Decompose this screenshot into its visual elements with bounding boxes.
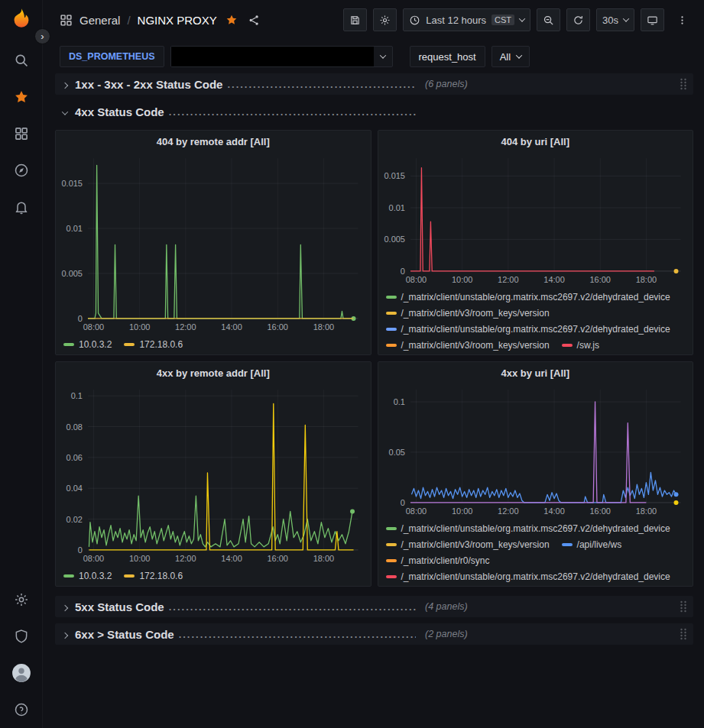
drag-dots-icon [680, 628, 687, 640]
svg-text:16:00: 16:00 [268, 322, 288, 332]
breadcrumb: General / NGINX PROXY [60, 12, 262, 28]
panel-title[interactable]: 4xx by remote addr [All] [56, 362, 371, 383]
row-drag-handle[interactable] [680, 78, 687, 90]
legend-item[interactable]: 172.18.0.6 [124, 336, 183, 352]
row-header-5xx[interactable]: 5xx Status Code (4 panels) [55, 596, 693, 617]
legend-swatch [386, 344, 397, 347]
svg-text:16:00: 16:00 [589, 506, 610, 516]
legend-swatch [386, 575, 397, 578]
bell-icon [14, 199, 29, 215]
more-options-button[interactable] [670, 8, 693, 31]
legend-label: 172.18.0.6 [139, 339, 183, 350]
grafana-logo[interactable] [8, 7, 34, 33]
legend-label: /_matrix/client/unstable/org.matrix.msc2… [401, 571, 670, 582]
panel-grid: 404 by remote addr [All] 00.0050.010.015… [55, 130, 693, 587]
dashboard-settings-button[interactable] [373, 8, 397, 31]
sidebar-expand-button[interactable]: › [34, 28, 50, 44]
avatar-icon [11, 663, 31, 683]
timeseries-chart[interactable]: 00.0050.010.01508:0010:0012:0014:0016:00… [378, 152, 693, 286]
save-dashboard-button[interactable] [343, 8, 367, 31]
request-host-select[interactable]: All [492, 46, 530, 67]
legend-item[interactable]: /_matrix/client/v3/room_keys/version [386, 337, 550, 353]
dashboards-grid-icon [14, 126, 29, 141]
panel-title[interactable]: 404 by remote addr [All] [56, 131, 371, 152]
svg-text:0: 0 [400, 498, 404, 507]
cycle-view-mode-button[interactable] [641, 8, 664, 31]
legend-item[interactable]: /_matrix/client/r0/sync [386, 552, 490, 568]
dashboard-scroll-area: 1xx - 3xx - 2xx Status Code (6 panels) 4… [43, 73, 704, 728]
zoom-out-button[interactable] [537, 8, 560, 31]
sidebar-item-server-admin[interactable] [0, 618, 43, 655]
chevron-down-icon [63, 106, 67, 118]
legend-item[interactable]: /_matrix/client/v3/room_keys/version [386, 305, 550, 321]
share-icon [248, 14, 261, 27]
timeseries-chart[interactable]: 00.0050.010.01508:0010:0012:0014:0016:00… [56, 152, 371, 334]
row-title-group: 5xx Status Code [60, 600, 420, 613]
search-icon [14, 53, 29, 68]
legend-item[interactable]: /_matrix/client/v3/room_keys/version [386, 536, 550, 552]
legend-swatch [386, 296, 397, 299]
refresh-button[interactable] [566, 8, 590, 31]
svg-text:16:00: 16:00 [589, 275, 610, 284]
sidebar-item-alerting[interactable] [0, 189, 43, 225]
legend-item[interactable]: /api/live/ws [562, 536, 622, 552]
legend-item[interactable]: 10.0.3.2 [63, 568, 112, 584]
row-title: 6xx > Status Code [75, 628, 174, 641]
sidebar-item-profile[interactable] [0, 655, 43, 691]
row-title-group: 4xx Status Code [60, 105, 420, 118]
svg-text:14:00: 14:00 [221, 554, 242, 563]
timeseries-chart[interactable]: 00.050.108:0010:0012:0014:0016:0018:00 [378, 383, 693, 518]
legend-item[interactable]: /_matrix/client/unstable/org.matrix.msc2… [386, 520, 670, 536]
svg-text:12:00: 12:00 [175, 322, 196, 332]
row-header-4xx[interactable]: 4xx Status Code [55, 101, 693, 122]
grafana-app: › [0, 0, 704, 728]
star-icon [14, 89, 29, 105]
legend-item[interactable]: 172.18.0.6 [124, 568, 183, 584]
row-title: 4xx Status Code [75, 105, 164, 118]
row-title: 1xx - 3xx - 2xx Status Code [75, 78, 222, 91]
svg-text:08:00: 08:00 [405, 275, 426, 284]
clock-icon [409, 15, 420, 26]
row-drag-handle[interactable] [680, 628, 687, 640]
svg-text:0.06: 0.06 [67, 453, 83, 462]
time-range-picker[interactable]: Last 12 hours CST [403, 8, 530, 31]
svg-text:0.04: 0.04 [67, 484, 83, 493]
share-button[interactable] [246, 12, 262, 28]
legend-item[interactable]: /_matrix/client/unstable/org.matrix.msc2… [386, 289, 670, 305]
legend-item[interactable]: /_matrix/client/unstable/org.matrix.msc2… [386, 568, 670, 584]
chevron-right-icon [63, 601, 67, 613]
row-header-1xx-3xx-2xx[interactable]: 1xx - 3xx - 2xx Status Code (6 panels) [55, 73, 693, 95]
sidebar-item-settings[interactable] [0, 581, 43, 618]
sidebar-item-explore[interactable] [0, 152, 43, 189]
datasource-variable-label[interactable]: DS_PROMETHEUS [60, 46, 164, 67]
row-header-6xx[interactable]: 6xx > Status Code (2 panels) [55, 623, 693, 645]
timezone-badge: CST [492, 15, 514, 25]
timeseries-chart[interactable]: 00.020.040.060.080.108:0010:0012:0014:00… [56, 383, 371, 565]
svg-text:18:00: 18:00 [313, 554, 334, 563]
monitor-icon [647, 15, 658, 26]
row-drag-handle[interactable] [680, 600, 687, 613]
legend-item[interactable]: /_matrix/client/unstable/org.matrix.msc2… [386, 321, 670, 337]
sidebar-item-starred[interactable] [0, 79, 43, 115]
dashboard-title[interactable]: NGINX PROXY [138, 14, 217, 27]
sidebar-item-help[interactable] [0, 691, 43, 728]
sidebar-item-search[interactable] [0, 42, 43, 79]
svg-text:0.005: 0.005 [62, 269, 83, 278]
panel-title[interactable]: 4xx by uri [All] [378, 362, 693, 383]
datasource-select[interactable] [170, 46, 393, 67]
sidebar: › [0, 0, 43, 728]
gear-icon [379, 15, 391, 26]
panel-title[interactable]: 404 by uri [All] [378, 131, 693, 152]
legend-item[interactable]: /sw.js [562, 337, 599, 353]
legend-item[interactable]: 10.0.3.2 [63, 336, 112, 352]
refresh-interval-picker[interactable]: 30s [596, 8, 634, 31]
kebab-menu-icon [676, 15, 688, 26]
breadcrumb-section[interactable]: General [79, 14, 120, 27]
legend-label: 172.18.0.6 [139, 571, 183, 581]
panel-4xx-by-remote-addr: 4xx by remote addr [All] 00.020.040.060.… [55, 361, 371, 587]
grafana-flame-icon [8, 7, 34, 33]
favorite-button[interactable] [224, 12, 239, 28]
request-host-variable-label[interactable]: request_host [410, 46, 485, 67]
sidebar-item-dashboards[interactable] [0, 115, 43, 152]
row-title: 5xx Status Code [75, 600, 164, 613]
